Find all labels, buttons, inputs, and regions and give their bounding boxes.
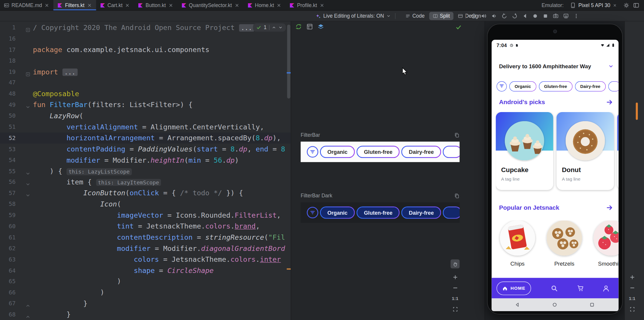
notification-stripe[interactable] [636, 103, 638, 120]
zoom-actual-button[interactable]: 1:1 [628, 294, 637, 303]
code-line[interactable]: 49fun FilterBar(filters: List<Filter>) { [0, 99, 291, 111]
filter-chip[interactable]: Gluten-free [539, 81, 572, 91]
build-refresh-icon[interactable] [295, 24, 302, 30]
snack-card[interactable] [617, 112, 618, 190]
power-icon[interactable] [471, 13, 477, 19]
filter-chip[interactable] [608, 81, 618, 91]
code-line[interactable]: 16 [0, 33, 291, 44]
tab-profile-kt[interactable]: Profile.kt [286, 0, 328, 10]
fold-marker[interactable] [26, 169, 31, 174]
live-edit-toggle[interactable]: Live Editing of Literals: ON [316, 11, 391, 21]
code-line[interactable]: 67 } [0, 298, 291, 309]
nav-home-button[interactable]: HOME [497, 281, 531, 295]
fold-marker[interactable] [26, 301, 31, 306]
close-icon[interactable] [168, 3, 173, 8]
profile-icon[interactable] [602, 285, 610, 292]
filter-chip[interactable]: Gluten-free [356, 206, 400, 219]
view-mode-split[interactable]: Split [429, 12, 454, 20]
close-icon[interactable] [613, 3, 617, 7]
code-line[interactable]: 48@Composable [0, 88, 291, 99]
home-icon[interactable] [532, 13, 538, 19]
code-line[interactable]: 59 imageVector = Icons.Rounded.FilterLis… [0, 210, 291, 221]
snapshots-icon[interactable] [563, 13, 569, 19]
zoom-in-icon[interactable] [451, 273, 460, 282]
copy-icon[interactable] [454, 193, 459, 199]
rotate-left-icon[interactable] [502, 13, 507, 19]
tab-quantityselector-kt[interactable]: QuantitySelector.kt [177, 0, 243, 10]
zoom-fit-icon[interactable] [628, 304, 637, 314]
search-icon[interactable] [551, 285, 558, 292]
sys-home-icon[interactable] [552, 302, 557, 307]
layers-icon[interactable] [318, 24, 324, 30]
tab-button-kt[interactable]: Button.kt [134, 0, 177, 10]
arrow-right-icon[interactable] [606, 99, 613, 105]
arrow-right-icon[interactable] [606, 204, 613, 211]
code-line[interactable]: 65 ) [0, 276, 291, 287]
phone-screen[interactable]: 7:04 Delivery to 1600 Amphitheater Way O [492, 40, 618, 311]
fold-marker[interactable] [26, 191, 31, 196]
fold-marker[interactable] [26, 25, 31, 30]
code-line[interactable]: 50 LazyRow( [0, 111, 291, 122]
filter-chip[interactable]: Organic [320, 146, 355, 158]
code-line[interactable]: 53 contentPadding = PaddingValues(start … [0, 144, 291, 155]
filter-chip[interactable] [443, 206, 459, 219]
filter-chip[interactable]: Dairy-free [575, 81, 606, 91]
zoom-out-icon[interactable] [628, 283, 637, 292]
close-icon[interactable] [44, 3, 49, 8]
fold-marker[interactable] [26, 102, 31, 107]
editor-scrollbar[interactable] [287, 25, 290, 99]
close-icon[interactable] [234, 3, 239, 8]
close-icon[interactable] [276, 3, 281, 8]
code-line[interactable]: 1/ Copyright 2020 The Android Open Sourc… [0, 22, 291, 33]
code-line[interactable]: 54 modifier = Modifier.heightIn(min = 56… [0, 155, 291, 166]
code-line[interactable]: 47 [0, 77, 291, 89]
filter-chip[interactable]: Dairy-free [401, 146, 441, 158]
screenshot-icon[interactable] [553, 13, 559, 19]
zoom-in-icon[interactable] [628, 273, 637, 282]
code-line[interactable]: 19import ... [0, 66, 291, 77]
code-line[interactable]: 58 Icon( [0, 199, 291, 210]
volume-up-icon[interactable] [481, 13, 487, 19]
chevron-down-icon[interactable] [278, 26, 283, 30]
tab-home-kt[interactable]: Home.kt [243, 0, 286, 10]
volume-down-icon[interactable] [491, 13, 497, 19]
code-line[interactable]: 63 colors = JetsnackTheme.colors.inter [0, 254, 291, 265]
fold-marker[interactable] [26, 312, 31, 317]
filter-icon[interactable] [307, 207, 318, 218]
snack-card[interactable]: CupcakeA tag line [496, 112, 553, 190]
sys-overview-icon[interactable] [589, 302, 595, 307]
popular-item[interactable]: Pretzels [547, 220, 582, 274]
filter-chip[interactable]: Gluten-free [356, 146, 400, 158]
code-line[interactable]: 61 contentDescription = stringResource("… [0, 232, 291, 243]
filter-chip[interactable]: Organic [509, 81, 536, 91]
rotate-right-icon[interactable] [512, 13, 518, 19]
snack-card[interactable]: DonutA tag line [557, 112, 614, 190]
more-icon[interactable] [573, 13, 579, 19]
fold-marker[interactable] [26, 179, 31, 184]
back-icon[interactable] [522, 13, 528, 19]
filter-chip[interactable]: Dairy-free [401, 206, 441, 219]
filter-chip[interactable]: Organic [320, 206, 355, 219]
ui-check-icon[interactable] [306, 24, 313, 30]
code-line[interactable]: 55 ) { this: LazyListScope [0, 166, 291, 177]
code-line[interactable]: 68 } [0, 309, 291, 320]
sys-back-icon[interactable] [514, 302, 520, 307]
code-line[interactable]: 57 IconButton(onClick = { /* todo */ }) … [0, 188, 291, 199]
close-icon[interactable] [125, 3, 130, 8]
pan-hand-icon[interactable] [451, 259, 460, 269]
filter-icon[interactable] [307, 146, 318, 158]
cart-icon[interactable] [577, 285, 584, 292]
code-line[interactable]: 18 [0, 55, 291, 66]
chevron-down-icon[interactable] [608, 64, 614, 69]
code-line[interactable]: 52 horizontalArrangement = Arrangement.s… [0, 133, 291, 144]
tab-device[interactable]: Pixel 5 API 30 [568, 0, 620, 10]
code-line[interactable]: 17package com.example.jetsnack.ui.compon… [0, 44, 291, 55]
inspections-widget[interactable]: 1 [253, 24, 286, 32]
code-line[interactable]: 60 tint = JetsnackTheme.colors.brand, [0, 221, 291, 232]
code-editor[interactable]: 1/ Copyright 2020 The Android Open Sourc… [0, 21, 291, 320]
zoom-fit-icon[interactable] [451, 304, 460, 314]
code-line[interactable]: 56 item { this: LazyItemScope [0, 177, 291, 188]
error-stripe-mark[interactable] [287, 72, 291, 74]
fold-marker[interactable] [26, 69, 31, 74]
tab-readme-md[interactable]: README.md [0, 0, 54, 10]
